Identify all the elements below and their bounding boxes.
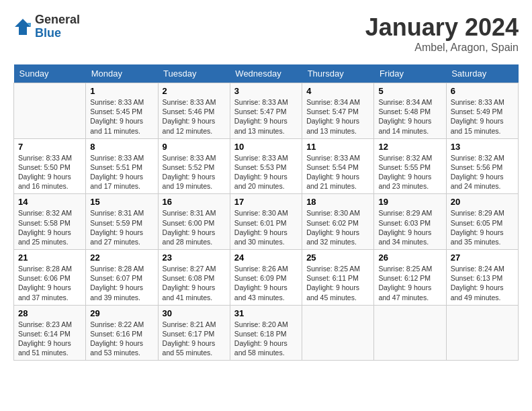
day-number: 20 [451,197,514,207]
day-cell: 30Sunrise: 8:21 AMSunset: 6:17 PMDayligh… [158,305,230,361]
day-cell: 13Sunrise: 8:32 AMSunset: 5:56 PMDayligh… [446,138,518,194]
day-number: 13 [451,142,514,152]
day-number: 23 [163,253,226,263]
svg-marker-0 [15,19,31,35]
day-cell [302,305,374,361]
day-cell: 8Sunrise: 8:33 AMSunset: 5:51 PMDaylight… [86,138,158,194]
day-info: Sunrise: 8:32 AMSunset: 5:55 PMDaylight:… [378,153,441,191]
day-info: Sunrise: 8:21 AMSunset: 6:17 PMDaylight:… [163,320,226,358]
day-info: Sunrise: 8:30 AMSunset: 6:02 PMDaylight:… [306,208,369,246]
day-info: Sunrise: 8:25 AMSunset: 6:12 PMDaylight:… [378,264,441,302]
day-number: 24 [234,253,298,263]
day-info: Sunrise: 8:33 AMSunset: 5:51 PMDaylight:… [90,153,153,191]
day-number: 7 [18,142,81,152]
day-info: Sunrise: 8:30 AMSunset: 6:01 PMDaylight:… [234,208,298,246]
day-number: 8 [90,142,153,152]
month-title: January 2024 [365,13,519,42]
day-info: Sunrise: 8:23 AMSunset: 6:14 PMDaylight:… [18,320,81,358]
day-cell: 14Sunrise: 8:32 AMSunset: 5:58 PMDayligh… [14,194,86,250]
header-friday: Friday [374,64,446,83]
day-info: Sunrise: 8:26 AMSunset: 6:09 PMDaylight:… [234,264,298,302]
day-cell: 22Sunrise: 8:28 AMSunset: 6:07 PMDayligh… [86,250,158,306]
day-number: 4 [306,86,369,96]
day-number: 17 [234,197,298,207]
day-number: 12 [378,142,441,152]
day-cell: 27Sunrise: 8:24 AMSunset: 6:13 PMDayligh… [446,250,518,306]
day-cell: 24Sunrise: 8:26 AMSunset: 6:09 PMDayligh… [230,250,302,306]
day-info: Sunrise: 8:33 AMSunset: 5:54 PMDaylight:… [306,153,369,191]
day-cell: 15Sunrise: 8:31 AMSunset: 5:59 PMDayligh… [86,194,158,250]
logo-icon [13,17,32,36]
day-number: 22 [90,253,153,263]
day-cell: 20Sunrise: 8:29 AMSunset: 6:05 PMDayligh… [446,194,518,250]
header-wednesday: Wednesday [230,64,302,83]
day-cell: 16Sunrise: 8:31 AMSunset: 6:00 PMDayligh… [158,194,230,250]
day-number: 6 [451,86,514,96]
header-thursday: Thursday [302,64,374,83]
day-info: Sunrise: 8:33 AMSunset: 5:49 PMDaylight:… [451,97,514,136]
day-cell: 25Sunrise: 8:25 AMSunset: 6:11 PMDayligh… [302,250,374,306]
day-number: 1 [90,86,153,96]
title-block: January 2024 Ambel, Aragon, Spain [365,13,519,54]
day-cell [14,83,86,139]
logo-text: General Blue [35,13,80,40]
location: Ambel, Aragon, Spain [365,42,519,54]
day-cell: 4Sunrise: 8:34 AMSunset: 5:47 PMDaylight… [302,83,374,139]
day-info: Sunrise: 8:34 AMSunset: 5:48 PMDaylight:… [378,97,441,136]
day-number: 28 [18,308,81,318]
day-info: Sunrise: 8:32 AMSunset: 5:58 PMDaylight:… [18,208,81,246]
day-number: 29 [90,308,153,318]
page-header: General Blue January 2024 Ambel, Aragon,… [13,13,519,54]
day-cell: 5Sunrise: 8:34 AMSunset: 5:48 PMDaylight… [374,83,446,139]
day-cell: 1Sunrise: 8:33 AMSunset: 5:45 PMDaylight… [86,83,158,139]
day-cell: 10Sunrise: 8:33 AMSunset: 5:53 PMDayligh… [230,138,302,194]
day-cell: 21Sunrise: 8:28 AMSunset: 6:06 PMDayligh… [14,250,86,306]
day-cell: 28Sunrise: 8:23 AMSunset: 6:14 PMDayligh… [14,305,86,361]
day-cell: 29Sunrise: 8:22 AMSunset: 6:16 PMDayligh… [86,305,158,361]
day-cell: 7Sunrise: 8:33 AMSunset: 5:50 PMDaylight… [14,138,86,194]
day-info: Sunrise: 8:29 AMSunset: 6:03 PMDaylight:… [378,208,441,246]
day-cell: 11Sunrise: 8:33 AMSunset: 5:54 PMDayligh… [302,138,374,194]
day-number: 27 [451,253,514,263]
day-cell: 2Sunrise: 8:33 AMSunset: 5:46 PMDaylight… [158,83,230,139]
header-tuesday: Tuesday [158,64,230,83]
day-info: Sunrise: 8:34 AMSunset: 5:47 PMDaylight:… [306,97,369,136]
day-number: 18 [306,197,369,207]
day-cell [446,305,518,361]
logo-blue: Blue [35,27,80,40]
day-info: Sunrise: 8:33 AMSunset: 5:52 PMDaylight:… [163,153,226,191]
day-cell [374,305,446,361]
day-cell: 23Sunrise: 8:27 AMSunset: 6:08 PMDayligh… [158,250,230,306]
day-number: 26 [378,253,441,263]
day-cell: 17Sunrise: 8:30 AMSunset: 6:01 PMDayligh… [230,194,302,250]
day-cell: 12Sunrise: 8:32 AMSunset: 5:55 PMDayligh… [374,138,446,194]
day-info: Sunrise: 8:24 AMSunset: 6:13 PMDaylight:… [451,264,514,302]
day-number: 25 [306,253,369,263]
day-number: 16 [163,197,226,207]
day-info: Sunrise: 8:33 AMSunset: 5:46 PMDaylight:… [163,97,226,136]
day-info: Sunrise: 8:22 AMSunset: 6:16 PMDaylight:… [90,320,153,358]
day-cell: 19Sunrise: 8:29 AMSunset: 6:03 PMDayligh… [374,194,446,250]
day-number: 2 [163,86,226,96]
header-saturday: Saturday [446,64,518,83]
day-info: Sunrise: 8:32 AMSunset: 5:56 PMDaylight:… [451,153,514,191]
header-sunday: Sunday [14,64,86,83]
day-number: 5 [378,86,441,96]
day-info: Sunrise: 8:20 AMSunset: 6:18 PMDaylight:… [234,320,298,358]
week-row-2: 7Sunrise: 8:33 AMSunset: 5:50 PMDaylight… [14,138,519,194]
day-info: Sunrise: 8:33 AMSunset: 5:45 PMDaylight:… [90,97,153,136]
day-info: Sunrise: 8:25 AMSunset: 6:11 PMDaylight:… [306,264,369,302]
day-number: 30 [163,308,226,318]
day-info: Sunrise: 8:27 AMSunset: 6:08 PMDaylight:… [163,264,226,302]
day-info: Sunrise: 8:29 AMSunset: 6:05 PMDaylight:… [451,208,514,246]
day-cell: 18Sunrise: 8:30 AMSunset: 6:02 PMDayligh… [302,194,374,250]
day-info: Sunrise: 8:31 AMSunset: 5:59 PMDaylight:… [90,208,153,246]
week-row-4: 21Sunrise: 8:28 AMSunset: 6:06 PMDayligh… [14,250,519,306]
day-cell: 31Sunrise: 8:20 AMSunset: 6:18 PMDayligh… [230,305,302,361]
day-number: 3 [234,86,298,96]
day-cell: 6Sunrise: 8:33 AMSunset: 5:49 PMDaylight… [446,83,518,139]
day-info: Sunrise: 8:33 AMSunset: 5:50 PMDaylight:… [18,153,81,191]
day-number: 10 [234,142,298,152]
day-info: Sunrise: 8:28 AMSunset: 6:07 PMDaylight:… [90,264,153,302]
calendar-table: SundayMondayTuesdayWednesdayThursdayFrid… [13,64,519,361]
